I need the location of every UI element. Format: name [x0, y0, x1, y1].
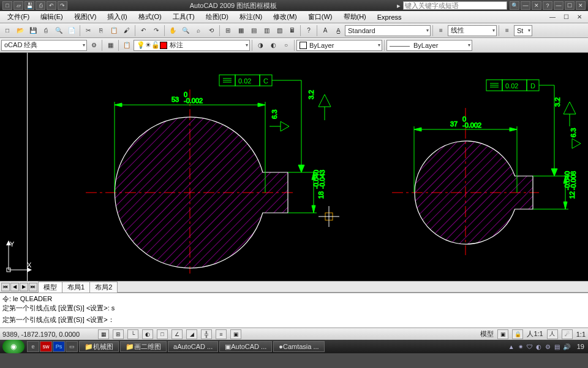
start-button[interactable]: ◉ — [2, 340, 24, 353]
taskbar-clock[interactable]: 19 — [573, 343, 588, 350]
layer-off-icon[interactable]: ○ — [280, 39, 292, 52]
taskbar-item-2[interactable]: 📁 画二维图 — [120, 341, 167, 352]
calc-icon[interactable]: 🖩 — [286, 25, 298, 37]
qat-open-icon[interactable]: ▱ — [13, 1, 23, 10]
tray-icon[interactable]: ▤ — [553, 342, 562, 351]
doc-maximize-icon[interactable]: ☐ — [560, 11, 572, 23]
grid-toggle[interactable]: ⊞ — [113, 329, 124, 339]
dash-icon[interactable]: — — [521, 1, 530, 10]
ssm-icon[interactable]: ▥ — [260, 25, 273, 37]
pan-icon[interactable]: ✋ — [167, 25, 179, 37]
toolpal-icon[interactable]: ▤ — [247, 25, 260, 37]
layer-prev-icon[interactable]: ◑ — [254, 39, 266, 52]
qat-undo-icon[interactable]: ↶ — [47, 1, 56, 10]
tab-last-icon[interactable]: ⏭ — [29, 283, 37, 291]
doc-close-icon[interactable]: ✕ — [573, 11, 586, 23]
ql-ie-icon[interactable]: e — [27, 341, 39, 352]
help-icon[interactable]: ? — [543, 1, 552, 10]
menu-insert[interactable]: 插入(I) — [102, 11, 132, 23]
status-anno-icon[interactable]: 人 — [547, 329, 558, 339]
tray-icon[interactable]: ◐ — [535, 342, 543, 351]
close-icon[interactable]: ✕ — [576, 1, 586, 10]
menu-window[interactable]: 窗口(W) — [303, 11, 337, 23]
command-window[interactable]: 令: le QLEADER 定第一个引线点或 [设置(S)] <设置>: s 定… — [0, 292, 588, 328]
save-icon[interactable]: 💾 — [27, 25, 39, 37]
status-annoscale[interactable]: 人1:1 — [527, 329, 543, 339]
qat-redo-icon[interactable]: ↷ — [58, 1, 67, 10]
polar-toggle[interactable]: ◐ — [142, 329, 153, 339]
tab-first-icon[interactable]: ⏮ — [1, 283, 10, 291]
markup-icon[interactable]: ▧ — [273, 25, 285, 37]
menu-format[interactable]: 格式(O) — [134, 11, 167, 23]
publish-icon[interactable]: 📄 — [66, 25, 78, 37]
menu-modify[interactable]: 修改(M) — [268, 11, 302, 23]
snap-toggle[interactable]: ▦ — [98, 329, 109, 339]
std-dropdown[interactable]: St — [514, 25, 532, 36]
otrack-toggle[interactable]: ∠ — [172, 329, 183, 339]
status-vis-icon[interactable]: ☄ — [562, 329, 573, 339]
linetype-dropdown[interactable]: 线性 — [448, 25, 497, 36]
print-icon[interactable]: ⎙ — [40, 25, 52, 37]
cut-icon[interactable]: ✂ — [82, 25, 94, 37]
tab-layout1[interactable]: 布局1 — [62, 282, 90, 293]
ql-sw-icon[interactable]: sw — [40, 341, 52, 352]
preview-icon[interactable]: 🔍 — [53, 25, 65, 37]
zoom-win-icon[interactable]: ⌕ — [192, 25, 205, 37]
help-search-input[interactable] — [403, 1, 507, 10]
undo-icon[interactable]: ↶ — [137, 25, 149, 37]
menu-edit[interactable]: 编辑(E) — [36, 11, 68, 23]
menu-file[interactable]: 文件(F) — [2, 11, 34, 23]
menu-express[interactable]: Express — [372, 12, 407, 22]
ql-ps-icon[interactable]: Ps — [53, 341, 65, 352]
tab-prev-icon[interactable]: ◀ — [10, 283, 19, 291]
paste-icon[interactable]: 📋 — [108, 25, 120, 37]
ql-desktop-icon[interactable]: ▭ — [66, 341, 78, 352]
layer-iso-icon[interactable]: ◐ — [267, 39, 279, 52]
taskbar-item-3[interactable]: a AutoCAD ... — [168, 341, 218, 352]
linetype-icon[interactable]: ≡ — [435, 25, 447, 37]
tab-model[interactable]: 模型 — [38, 282, 62, 293]
search-icon[interactable]: 🔍 — [510, 1, 519, 10]
qat-print-icon[interactable]: ⎙ — [36, 1, 45, 10]
lwt-toggle[interactable]: ≡ — [216, 329, 227, 339]
menu-dim[interactable]: 标注(N) — [235, 11, 267, 23]
star-icon[interactable]: ✕ — [532, 1, 541, 10]
taskbar-item-4[interactable]: ▣ AutoCAD ... — [219, 341, 272, 352]
osnap-toggle[interactable]: □ — [157, 329, 168, 339]
qat-new-icon[interactable]: □ — [2, 1, 12, 10]
textstyle-dropdown[interactable]: Standard — [345, 25, 431, 36]
std-icon[interactable]: ≡ — [501, 25, 513, 37]
tray-volume-icon[interactable]: 🔊 — [562, 342, 571, 351]
status-max-icon[interactable]: ▣ — [497, 329, 508, 339]
textstyle-icon[interactable]: A̲ — [332, 25, 344, 37]
layer-mgr-icon[interactable]: 📋 — [121, 39, 133, 52]
ducs-toggle[interactable]: ◢ — [186, 329, 197, 339]
tab-next-icon[interactable]: ▶ — [20, 283, 28, 291]
menu-help[interactable]: 帮助(H) — [339, 11, 371, 23]
text-icon[interactable]: A — [319, 25, 331, 37]
zoom-prev-icon[interactable]: ⟲ — [205, 25, 217, 37]
help2-icon[interactable]: ? — [303, 25, 315, 37]
status-lock-icon[interactable]: 🔒 — [512, 329, 523, 339]
matchprop-icon[interactable]: 🖌 — [121, 25, 133, 37]
tray-icon[interactable]: ⚙ — [544, 342, 552, 351]
menu-draw[interactable]: 绘图(D) — [201, 11, 233, 23]
dyn-toggle[interactable]: ╬ — [201, 329, 212, 339]
workspace-dropdown[interactable]: oCAD 经典 — [1, 40, 87, 51]
linetype2-dropdown[interactable]: ——— ByLayer — [386, 40, 472, 51]
open-icon[interactable]: 📂 — [14, 25, 26, 37]
menu-view[interactable]: 视图(V) — [69, 11, 102, 23]
redo-icon[interactable]: ↷ — [150, 25, 162, 37]
zoom-rt-icon[interactable]: 🔍 — [179, 25, 192, 37]
menu-tools[interactable]: 工具(T) — [168, 11, 200, 23]
dcenter-icon[interactable]: ▦ — [235, 25, 247, 37]
color-dropdown[interactable]: ByLayer — [296, 40, 382, 51]
layer-prop-icon[interactable]: ▦ — [104, 39, 116, 52]
taskbar-item-1[interactable]: 📁 机械图 — [79, 341, 119, 352]
tray-icon[interactable]: 🛡 — [526, 342, 534, 351]
drawing-canvas[interactable]: 53 0 -0.002 0.02 C 3.2 6.3 — [0, 53, 588, 281]
minimize-icon[interactable]: — — [554, 1, 564, 10]
status-model[interactable]: 模型 — [480, 329, 494, 339]
doc-minimize-icon[interactable]: — — [546, 11, 559, 23]
properties-icon[interactable]: ⊞ — [222, 25, 234, 37]
